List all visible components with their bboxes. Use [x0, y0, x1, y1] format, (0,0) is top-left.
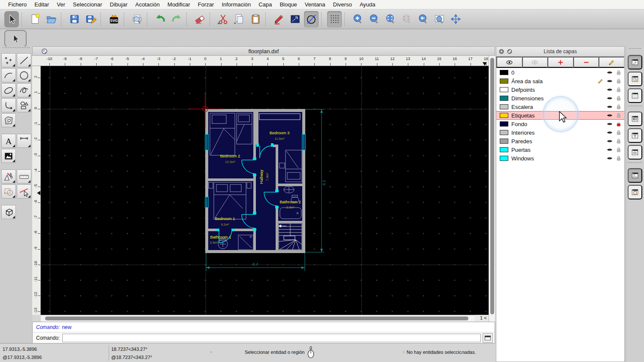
edit-layer-icon[interactable]: [598, 57, 624, 68]
close-icon[interactable]: [498, 48, 504, 54]
zoom-auto-icon[interactable]: [383, 11, 398, 27]
layer-row[interactable]: Escalera: [496, 103, 624, 111]
eraser-icon[interactable]: [192, 11, 207, 27]
menu-capa[interactable]: Capa: [255, 0, 276, 9]
menu-ver[interactable]: Ver: [53, 0, 69, 9]
drawing-canvas[interactable]: Bedroom 2 12.3m² Bedroom 3 11.5m² Hallwa…: [41, 66, 489, 315]
layer-row[interactable]: Puertas: [496, 145, 624, 154]
cut-icon[interactable]: [216, 11, 230, 27]
layer-visibility-eye-icon[interactable]: [606, 69, 613, 76]
save-as-icon[interactable]: [83, 11, 98, 27]
dockstrip-handle[interactable]: [629, 48, 641, 52]
zoom-pan-icon[interactable]: [448, 11, 463, 27]
menu-dibujar[interactable]: Dibujar: [106, 0, 131, 9]
layer-unlocked-icon[interactable]: [615, 138, 622, 145]
layer-row[interactable]: Windows: [496, 154, 624, 163]
document-title-bar[interactable]: floorplan.dxf: [32, 46, 495, 56]
add-layer-icon[interactable]: [547, 57, 573, 68]
box3d-icon[interactable]: [1, 205, 16, 219]
image-icon[interactable]: [1, 149, 16, 163]
circle-icon[interactable]: [17, 68, 31, 82]
clipboard-dock-icon[interactable]: [628, 185, 642, 199]
layer-row[interactable]: Área da sala: [496, 77, 624, 85]
hatch-icon[interactable]: [1, 113, 16, 127]
layer-visibility-eye-icon[interactable]: [606, 121, 613, 127]
layer-unlocked-icon[interactable]: [615, 112, 622, 119]
vertical-scrollbar[interactable]: [489, 56, 495, 322]
draw-order-icon[interactable]: [288, 11, 302, 27]
select-line-icon[interactable]: [17, 184, 31, 199]
layer-unlocked-icon[interactable]: [615, 155, 622, 162]
layer-visibility-eye-icon[interactable]: [606, 112, 613, 119]
grid-toggle-icon[interactable]: [327, 11, 342, 27]
layer-panel-title-bar[interactable]: Lista de capas: [496, 47, 624, 57]
trim-icon[interactable]: [1, 184, 16, 199]
layer-row[interactable]: Paredes: [496, 137, 624, 145]
line-icon[interactable]: [17, 53, 31, 67]
menu-forzar[interactable]: Forzar: [194, 0, 218, 9]
layer-row[interactable]: Defpoints: [496, 85, 624, 94]
layer-visibility-eye-icon[interactable]: [606, 103, 613, 110]
menu-modificar[interactable]: Modificar: [164, 0, 194, 9]
layer-list-dock-icon[interactable]: [628, 55, 642, 69]
zoom-out-icon[interactable]: [367, 11, 381, 27]
layer-row[interactable]: Fondo: [496, 120, 624, 128]
layer-unlocked-icon[interactable]: [615, 146, 622, 153]
zoom-back-icon[interactable]: [416, 11, 430, 27]
polyline-icon[interactable]: [1, 98, 16, 112]
layer-unlocked-icon[interactable]: [615, 78, 622, 84]
dimension-icon[interactable]: [17, 134, 31, 148]
menu-editar[interactable]: Editar: [30, 0, 53, 9]
arc-icon[interactable]: [1, 68, 16, 82]
menu-bloque[interactable]: Bloque: [276, 0, 301, 9]
layer-visibility-eye-icon[interactable]: [606, 78, 613, 84]
zoom-previous-icon[interactable]: [399, 11, 414, 27]
circle-line-icon[interactable]: [304, 11, 319, 27]
layer-visibility-eye-icon[interactable]: [606, 86, 613, 93]
hide-all-eye-icon[interactable]: [522, 57, 548, 68]
text-icon[interactable]: A: [1, 134, 16, 148]
ellipse-icon[interactable]: [1, 83, 16, 97]
zoom-window-icon[interactable]: [432, 11, 447, 27]
menu-acotación[interactable]: Acotación: [131, 0, 164, 9]
float-panel-icon[interactable]: [507, 48, 513, 54]
selection-pointer-button[interactable]: [4, 30, 27, 47]
layer-row[interactable]: Interiores: [496, 128, 624, 137]
menu-ventana[interactable]: Ventana: [301, 0, 329, 9]
hscroll-thumb[interactable]: [45, 317, 468, 320]
palette-handle[interactable]: [3, 47, 30, 52]
layer-unlocked-icon[interactable]: [615, 129, 622, 136]
remove-layer-icon[interactable]: [573, 57, 599, 68]
svg-export-icon[interactable]: SVG: [106, 11, 121, 27]
draw-edit-icon[interactable]: [1, 169, 16, 184]
menu-información[interactable]: Información: [218, 0, 255, 9]
undo-icon[interactable]: [153, 11, 167, 27]
layer-row[interactable]: Etiquetas: [496, 111, 624, 120]
spline-icon[interactable]: [17, 83, 31, 97]
layer-visibility-eye-icon[interactable]: [606, 138, 613, 145]
command-dock-button[interactable]: [483, 333, 493, 343]
layer-row[interactable]: Dimensiones: [496, 94, 624, 103]
menu-diverso[interactable]: Diverso: [329, 0, 356, 9]
measure-icon[interactable]: [17, 169, 31, 184]
save-icon[interactable]: [67, 11, 82, 27]
layer-visibility-eye-icon[interactable]: [606, 129, 613, 136]
select-cursor-icon[interactable]: [4, 11, 19, 27]
entity-list-dock-icon[interactable]: [628, 112, 642, 126]
new-doc-icon[interactable]: [27, 11, 42, 27]
menu-seleccionar[interactable]: Seleccionar: [69, 0, 106, 9]
layer-visibility-eye-icon[interactable]: [606, 155, 613, 162]
layer-visibility-eye-icon[interactable]: [606, 146, 613, 153]
layer-visibility-eye-icon[interactable]: [606, 95, 613, 102]
command-input[interactable]: [62, 334, 481, 342]
layer-unlocked-icon[interactable]: [615, 86, 622, 93]
library-dock-icon[interactable]: [628, 88, 642, 103]
views-dock-icon[interactable]: [628, 145, 642, 160]
points-icon[interactable]: [1, 53, 16, 67]
polygon-icon[interactable]: [17, 98, 31, 112]
layer-unlocked-icon[interactable]: [615, 95, 622, 102]
open-folder-icon[interactable]: [44, 11, 58, 27]
show-all-eye-icon[interactable]: [496, 57, 522, 68]
layer-unlocked-icon[interactable]: [615, 69, 622, 76]
print-preview-icon[interactable]: [130, 11, 144, 27]
